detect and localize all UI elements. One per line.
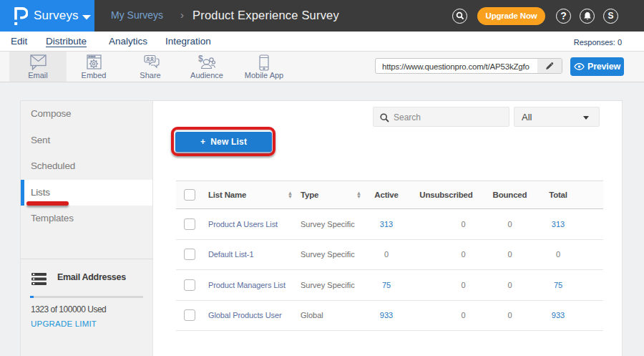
svg-text:$: $ bbox=[198, 54, 203, 64]
